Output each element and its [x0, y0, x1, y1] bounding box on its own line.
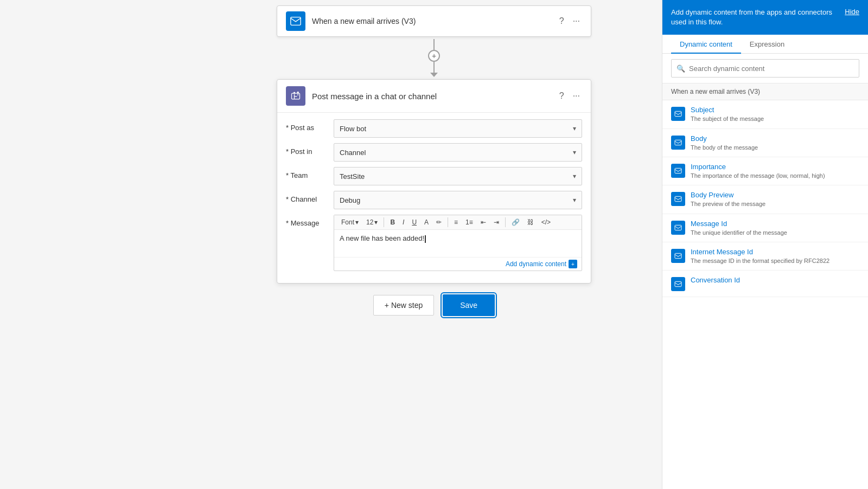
numbered-list-button[interactable]: 1≡	[463, 217, 476, 227]
font-dropdown-button[interactable]: Font ▾	[339, 217, 361, 227]
add-dynamic-label: Add dynamic content	[506, 260, 566, 268]
dynamic-item-icon-3	[671, 192, 685, 206]
toolbar-sep-1	[384, 217, 384, 227]
decrease-indent-button[interactable]: ⇤	[478, 217, 489, 227]
post-as-row: * Post as Flow bot ▾	[286, 119, 582, 138]
svg-rect-5	[675, 140, 681, 145]
svg-rect-0	[291, 17, 301, 25]
connector-actions: ? ···	[557, 14, 582, 28]
post-as-chevron: ▾	[573, 125, 576, 132]
action-help-button[interactable]: ?	[557, 89, 566, 103]
post-in-value: Channel	[340, 149, 366, 157]
connector-line	[433, 39, 435, 50]
email-trigger-block[interactable]: When a new email arrives (V3) ? ···	[277, 5, 591, 37]
link-button[interactable]: 🔗	[509, 217, 522, 227]
svg-point-3	[297, 92, 299, 93]
dynamic-item-text-4: Message Id The unique identifier of the …	[691, 220, 859, 236]
dynamic-item-desc-3: The preview of the message	[691, 200, 859, 208]
channel-chevron: ▾	[573, 196, 576, 204]
color-button[interactable]: A	[422, 217, 431, 227]
dynamic-item[interactable]: Subject The subject of the message	[662, 100, 868, 128]
dynamic-item-text-2: Importance The importance of the message…	[691, 163, 859, 179]
team-chevron: ▾	[573, 172, 576, 180]
team-dropdown[interactable]: TestSite ▾	[334, 167, 582, 185]
bold-button[interactable]: B	[387, 217, 398, 227]
svg-point-2	[293, 92, 295, 94]
add-dynamic-content-button[interactable]: Add dynamic content +	[506, 260, 577, 268]
dynamic-item-icon-0	[671, 107, 685, 121]
add-dynamic-icon: +	[569, 260, 577, 268]
font-dropdown-chevron: ▾	[355, 218, 359, 226]
help-button[interactable]: ?	[557, 14, 566, 28]
dynamic-item[interactable]: Importance The importance of the message…	[662, 157, 868, 185]
dynamic-item-desc-1: The body of the message	[691, 144, 859, 151]
post-in-chevron: ▾	[573, 149, 576, 156]
highlight-button[interactable]: ✏	[433, 217, 444, 227]
action-card-body: * Post as Flow bot ▾ * Post in Channel ▾	[277, 113, 591, 283]
font-size-chevron: ▾	[374, 218, 378, 226]
dynamic-items-list: Subject The subject of the message Body …	[662, 100, 868, 489]
connector-line-2	[433, 62, 435, 73]
dynamic-item-icon-6	[671, 277, 685, 291]
dynamic-item[interactable]: Conversation Id	[662, 271, 868, 297]
save-label: Save	[460, 301, 477, 310]
more-options-button[interactable]: ···	[571, 14, 582, 28]
dynamic-item-icon-1	[671, 136, 685, 150]
underline-button[interactable]: U	[409, 217, 419, 227]
tab-expression[interactable]: Expression	[741, 35, 793, 54]
post-as-value: Flow bot	[340, 125, 366, 133]
action-more-button[interactable]: ···	[571, 89, 582, 103]
hide-dynamic-panel-button[interactable]: Hide	[845, 8, 859, 16]
svg-rect-9	[675, 253, 681, 258]
post-as-control: Flow bot ▾	[334, 119, 582, 138]
unlink-button[interactable]: ⛓	[525, 217, 537, 227]
dynamic-item-icon-5	[671, 249, 685, 263]
font-size-button[interactable]: 12 ▾	[363, 217, 380, 227]
search-dynamic-input[interactable]	[671, 59, 859, 78]
dynamic-item-name-1: Body	[691, 134, 859, 143]
dynamic-content-panel: Add dynamic content from the apps and co…	[662, 0, 868, 489]
post-as-dropdown[interactable]: Flow bot ▾	[334, 119, 582, 138]
increase-indent-button[interactable]: ⇥	[491, 217, 502, 227]
teams-icon	[286, 86, 305, 106]
dynamic-item-name-3: Body Preview	[691, 191, 859, 199]
dynamic-item[interactable]: Body Preview The preview of the message	[662, 185, 868, 214]
channel-row: * Channel Debug ▾	[286, 191, 582, 209]
channel-control: Debug ▾	[334, 191, 582, 209]
dynamic-item[interactable]: Body The body of the message	[662, 129, 868, 157]
email-trigger-icon	[286, 11, 305, 31]
post-in-control: Channel ▾	[334, 143, 582, 162]
bottom-actions: + New step Save	[373, 294, 495, 316]
message-label: * Message	[286, 215, 329, 227]
dynamic-item-name-0: Subject	[691, 106, 859, 114]
bullet-list-button[interactable]: ≡	[451, 217, 461, 227]
email-trigger-title: When a new email arrives (V3)	[312, 17, 551, 25]
svg-rect-4	[675, 112, 681, 117]
new-step-button[interactable]: + New step	[373, 295, 434, 316]
post-in-dropdown[interactable]: Channel ▾	[334, 143, 582, 162]
search-wrapper: 🔍	[671, 59, 859, 78]
code-button[interactable]: </>	[539, 217, 553, 227]
dynamic-item-name-5: Internet Message Id	[691, 248, 859, 256]
add-step-plus-button[interactable]: +	[428, 50, 440, 62]
channel-dropdown[interactable]: Debug ▾	[334, 191, 582, 209]
team-value: TestSite	[340, 172, 365, 181]
save-button[interactable]: Save	[443, 294, 495, 316]
dynamic-tabs: Dynamic content Expression	[662, 35, 868, 54]
dynamic-panel-header: Add dynamic content from the apps and co…	[662, 0, 868, 35]
svg-rect-7	[675, 197, 681, 202]
dynamic-item-text-0: Subject The subject of the message	[691, 106, 859, 123]
message-text: A new file has been added!	[340, 234, 424, 242]
dynamic-item[interactable]: Message Id The unique identifier of the …	[662, 214, 868, 242]
italic-button[interactable]: I	[400, 217, 407, 227]
dynamic-item-icon-4	[671, 221, 685, 235]
toolbar-sep-3	[505, 217, 506, 227]
message-row: * Message Font ▾ 12 ▾	[286, 215, 582, 271]
dynamic-item[interactable]: Internet Message Id The message ID in th…	[662, 242, 868, 271]
action-card: Post message in a chat or channel ? ··· …	[277, 79, 591, 284]
tab-dynamic-content[interactable]: Dynamic content	[671, 35, 741, 54]
svg-rect-6	[675, 168, 681, 173]
arrow-down	[430, 73, 438, 77]
font-label: Font	[341, 218, 354, 226]
message-body-text[interactable]: A new file has been added!	[334, 230, 582, 257]
